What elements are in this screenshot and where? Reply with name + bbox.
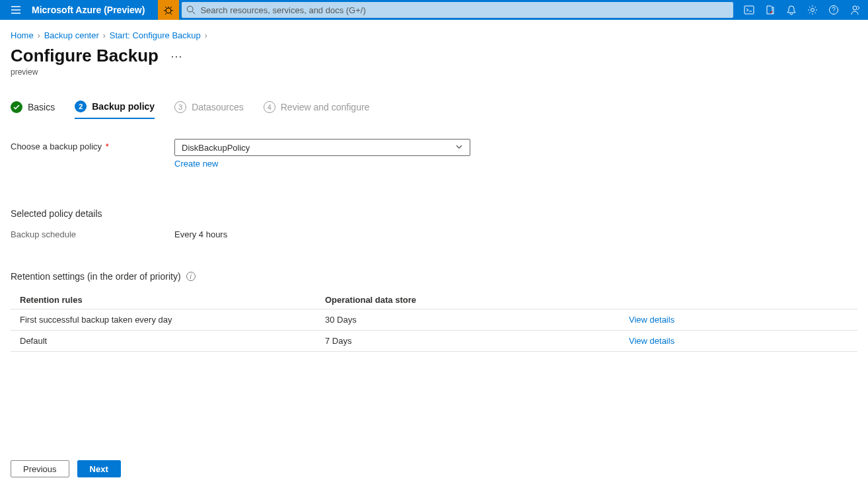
- view-details-link[interactable]: View details: [629, 315, 674, 325]
- brand-label[interactable]: Microsoft Azure (Preview): [32, 5, 158, 15]
- schedule-value: Every 4 hours: [174, 229, 227, 239]
- search-input[interactable]: [200, 3, 733, 17]
- col-retention-rules: Retention rules: [20, 295, 325, 305]
- store-cell: 7 Days: [325, 336, 629, 346]
- svg-point-0: [166, 8, 171, 13]
- schedule-key: Backup schedule: [11, 229, 174, 239]
- page-title-row: Configure Backup ⋯: [11, 46, 857, 66]
- policy-select[interactable]: DiskBackupPolicy: [174, 139, 470, 156]
- policy-selected-value: DiskBackupPolicy: [182, 143, 250, 153]
- policy-label: Choose a backup policy *: [11, 139, 174, 151]
- preview-bug-icon[interactable]: [158, 0, 179, 20]
- breadcrumb-item[interactable]: Start: Configure Backup: [110, 30, 201, 40]
- chevron-right-icon: ›: [38, 31, 40, 40]
- store-cell: 30 Days: [325, 315, 629, 325]
- svg-point-3: [811, 9, 814, 12]
- menu-icon[interactable]: [0, 5, 32, 15]
- chevron-right-icon: ›: [103, 31, 106, 40]
- table-header: Retention rules Operational data store: [11, 291, 857, 309]
- page-title: Configure Backup: [11, 46, 159, 66]
- more-actions-icon[interactable]: ⋯: [170, 50, 183, 62]
- directories-icon[interactable]: [760, 0, 781, 20]
- search-bar[interactable]: [182, 2, 733, 18]
- tab-label: Datasources: [192, 102, 244, 112]
- tab-basics[interactable]: Basics: [11, 101, 55, 118]
- svg-rect-2: [744, 6, 754, 14]
- footer-actions: Previous Next: [11, 460, 121, 477]
- policy-label-text: Choose a backup policy: [11, 141, 102, 151]
- retention-heading-row: Retention settings (in the order of prio…: [11, 271, 857, 282]
- settings-icon[interactable]: [802, 0, 823, 20]
- breadcrumb: Home › Backup center › Start: Configure …: [11, 30, 857, 40]
- tab-datasources[interactable]: 3 Datasources: [174, 101, 244, 118]
- svg-point-5: [853, 6, 857, 10]
- chevron-right-icon: ›: [205, 31, 207, 40]
- tab-label: Review and configure: [281, 102, 370, 112]
- create-new-link[interactable]: Create new: [174, 159, 218, 169]
- schedule-row: Backup schedule Every 4 hours: [11, 229, 857, 239]
- next-button[interactable]: Next: [77, 460, 121, 477]
- step-number: 3: [174, 101, 186, 113]
- tab-label: Basics: [28, 102, 55, 112]
- tab-label: Backup policy: [92, 101, 155, 112]
- breadcrumb-item[interactable]: Home: [11, 30, 34, 40]
- page-subtitle: preview: [11, 67, 857, 77]
- retention-table: Retention rules Operational data store F…: [11, 291, 857, 352]
- col-operational-store: Operational data store: [325, 295, 629, 305]
- policy-field-row: Choose a backup policy * DiskBackupPolic…: [11, 139, 857, 169]
- feedback-icon[interactable]: [844, 0, 865, 20]
- chevron-down-icon: [455, 143, 463, 153]
- breadcrumb-item[interactable]: Backup center: [44, 30, 99, 40]
- details-heading: Selected policy details: [11, 208, 857, 219]
- top-bar: Microsoft Azure (Preview): [0, 0, 868, 20]
- notifications-icon[interactable]: [781, 0, 802, 20]
- step-number: 4: [264, 101, 275, 113]
- step-tabs: Basics 2 Backup policy 3 Datasources 4 R…: [11, 101, 857, 119]
- tab-review[interactable]: 4 Review and configure: [264, 101, 370, 118]
- table-row: Default 7 Days View details: [11, 330, 857, 352]
- check-icon: [11, 101, 22, 113]
- rule-cell: Default: [20, 336, 325, 346]
- svg-point-1: [188, 6, 194, 12]
- form-area: Choose a backup policy * DiskBackupPolic…: [11, 139, 857, 352]
- header-actions: [736, 0, 868, 20]
- search-icon: [182, 5, 200, 15]
- retention-heading: Retention settings (in the order of prio…: [11, 271, 181, 282]
- help-icon[interactable]: [823, 0, 844, 20]
- table-row: First successful backup taken every day …: [11, 309, 857, 330]
- step-number: 2: [75, 101, 87, 112]
- rule-cell: First successful backup taken every day: [20, 315, 325, 325]
- required-indicator: *: [103, 141, 109, 151]
- view-details-link[interactable]: View details: [629, 336, 674, 346]
- info-icon[interactable]: i: [186, 272, 196, 281]
- policy-input-wrap: DiskBackupPolicy Create new: [174, 139, 470, 169]
- page-content: Home › Backup center › Start: Configure …: [0, 20, 868, 352]
- previous-button[interactable]: Previous: [11, 460, 69, 477]
- tab-backup-policy[interactable]: 2 Backup policy: [75, 101, 155, 119]
- cloud-shell-icon[interactable]: [739, 0, 760, 20]
